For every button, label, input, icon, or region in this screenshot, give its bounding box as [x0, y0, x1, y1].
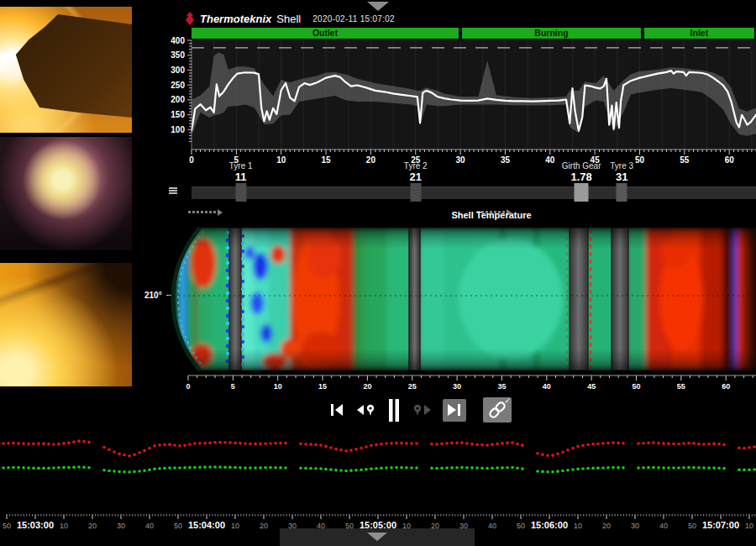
svg-text:400: 400: [171, 36, 185, 45]
shell-temperature-map[interactable]: 051015202530354045505560: [134, 223, 756, 391]
drag-hint-left-icon: [188, 204, 223, 209]
svg-text:50: 50: [3, 522, 11, 530]
marker-tyre-2: Tyre 221: [404, 161, 428, 183]
svg-text:15:03:00: 15:03:00: [17, 520, 54, 530]
svg-text:10: 10: [574, 522, 582, 530]
svg-text:40: 40: [543, 382, 551, 391]
link-views-button[interactable]: ✓: [483, 397, 512, 423]
slider-handle-tyre-2[interactable]: [410, 183, 421, 202]
svg-text:0: 0: [189, 155, 194, 165]
shell-map-title: Shell Temperature: [424, 210, 559, 220]
svg-text:10: 10: [231, 522, 239, 530]
brand-name: Thermoteknix: [200, 13, 271, 25]
svg-text:250: 250: [171, 81, 185, 90]
svg-text:20: 20: [88, 522, 97, 530]
svg-text:50: 50: [174, 522, 182, 530]
svg-text:20: 20: [260, 522, 268, 530]
timeline-cursor-top[interactable]: [367, 2, 389, 11]
svg-text:10: 10: [745, 522, 753, 530]
svg-text:15:07:00: 15:07:00: [702, 520, 739, 530]
link-check-icon: ✓: [504, 396, 511, 405]
svg-text:30: 30: [456, 155, 466, 165]
header: Thermoteknix Shell 2020-02-11 15:07:02: [185, 11, 395, 26]
drag-hint-right-icon: [477, 204, 512, 209]
svg-text:5: 5: [231, 382, 235, 391]
svg-text:100: 100: [171, 125, 185, 134]
svg-text:55: 55: [677, 382, 685, 391]
marker-girth-gear: Girth Gear1.78: [562, 161, 601, 183]
svg-text:10: 10: [60, 522, 68, 530]
slider-handle-girth-gear[interactable]: [575, 183, 589, 202]
svg-text:350: 350: [171, 50, 185, 60]
svg-text:60: 60: [722, 382, 730, 391]
svg-text:50: 50: [632, 382, 640, 391]
svg-text:45: 45: [587, 382, 596, 391]
next-event-icon: [411, 402, 433, 418]
skip-to-start-button[interactable]: [328, 402, 345, 418]
svg-text:150: 150: [171, 110, 185, 119]
kiln-camera-middle[interactable]: [0, 137, 132, 250]
svg-text:35: 35: [497, 382, 506, 391]
svg-text:40: 40: [488, 522, 496, 530]
kiln-camera-top[interactable]: [0, 7, 132, 133]
svg-text:25: 25: [408, 382, 417, 391]
svg-text:30: 30: [453, 382, 461, 391]
previous-event-icon: [355, 402, 377, 418]
kiln-camera-bottom[interactable]: [0, 263, 132, 386]
previous-event-button[interactable]: [355, 402, 377, 418]
skip-to-start-icon: [328, 402, 345, 418]
playback-controls: ✓: [323, 395, 517, 425]
svg-text:40: 40: [659, 522, 668, 530]
svg-text:15: 15: [318, 382, 327, 391]
pause-button[interactable]: [387, 399, 401, 422]
svg-text:40: 40: [145, 522, 154, 530]
marker-tyre-1: Tyre 111: [229, 161, 253, 183]
svg-text:35: 35: [501, 155, 511, 165]
svg-text:40: 40: [545, 155, 555, 165]
clinker-silhouette: [0, 7, 132, 133]
svg-text:0: 0: [186, 382, 190, 391]
svg-text:20: 20: [363, 382, 371, 391]
svg-text:30: 30: [631, 522, 639, 530]
pause-icon: [387, 399, 401, 422]
svg-text:15:06:00: 15:06:00: [531, 520, 568, 530]
svg-text:20: 20: [366, 155, 376, 165]
position-slider-track[interactable]: [192, 186, 756, 199]
slider-handle-tyre-3[interactable]: [617, 183, 627, 202]
skip-to-end-icon: [445, 402, 464, 418]
svg-text:10: 10: [276, 155, 286, 165]
thermoteknix-logo: [185, 12, 195, 25]
skip-to-end-button[interactable]: [443, 399, 466, 422]
shell-profile-chart[interactable]: 1001502002503003504000510152025303540455…: [134, 34, 756, 168]
timeline-cursor-bottom[interactable]: [367, 533, 387, 541]
slider-handle-tyre-1[interactable]: [235, 183, 246, 202]
slider-menu-icon[interactable]: [169, 186, 177, 195]
next-event-button[interactable]: [411, 402, 433, 418]
svg-text:20: 20: [602, 522, 611, 530]
svg-text:50: 50: [688, 522, 696, 530]
datetime-display: 2020-02-11 15:07:02: [312, 14, 395, 24]
svg-text:30: 30: [117, 522, 125, 530]
svg-text:200: 200: [171, 95, 185, 104]
svg-text:55: 55: [680, 155, 690, 165]
svg-text:15: 15: [321, 155, 331, 165]
svg-text:50: 50: [635, 155, 645, 165]
svg-text:300: 300: [171, 66, 185, 75]
svg-text:60: 60: [725, 155, 735, 165]
product-name: Shell: [276, 13, 301, 25]
svg-text:10: 10: [274, 382, 282, 391]
svg-text:50: 50: [517, 522, 525, 530]
thermoteknix-shell-app: Thermoteknix Shell 2020-02-11 15:07:02 O…: [0, 0, 756, 546]
timeline-scrollbar-thumb[interactable]: [280, 528, 475, 546]
marker-tyre-3: Tyre 331: [610, 161, 633, 183]
svg-text:15:04:00: 15:04:00: [188, 520, 225, 530]
